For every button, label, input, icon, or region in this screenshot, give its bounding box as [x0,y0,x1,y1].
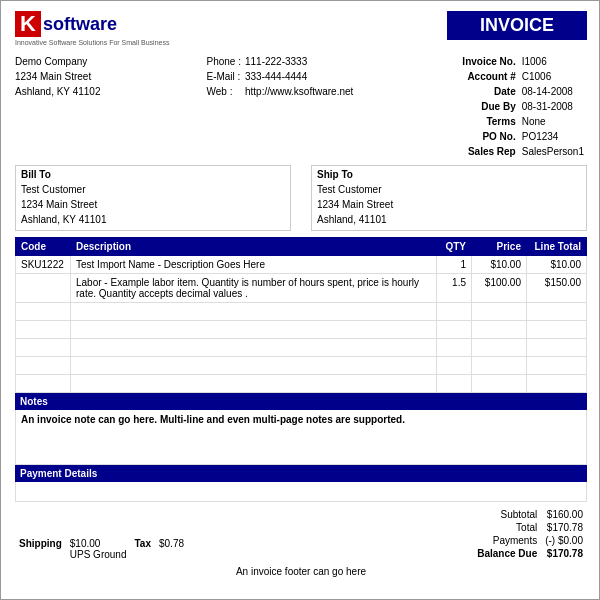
account-label: Account # [459,69,518,84]
subtotal-label: Subtotal [473,508,541,521]
balance-due-value: $170.78 [541,547,587,560]
table-row-spacer [16,357,587,375]
invoice-no-value: I1006 [519,54,587,69]
invoice-details: Invoice No. I1006 Account # C1006 Date 0… [459,54,587,159]
shipping-value: $10.00 [66,538,131,549]
due-by-value: 08-31-2008 [519,99,587,114]
sales-rep-label: Sales Rep [459,144,518,159]
po-no-value: PO1234 [519,129,587,144]
footer-section: Shipping $10.00 Tax $0.78 UPS Ground Sub… [15,508,587,560]
subtotal-value: $160.00 [541,508,587,521]
total-value: $170.78 [541,521,587,534]
ship-to-name: Test Customer [317,182,581,197]
table-row: SKU1222 Test Import Name - Description G… [16,256,587,274]
col-header-qty: QTY [437,238,472,256]
tax-label: Tax [130,538,155,549]
payment-header: Payment Details [15,465,587,482]
notes-header: Notes [15,393,587,410]
account-value: C1006 [519,69,587,84]
payment-body [15,482,587,502]
date-value: 08-14-2008 [519,84,587,99]
terms-label: Terms [459,114,518,129]
payments-label: Payments [473,534,541,547]
info-section: Demo Company 1234 Main Street Ashland, K… [15,54,587,159]
web-label: Web : [204,84,242,99]
items-table: Code Description QTY Price Line Total SK… [15,237,587,393]
row2-line-total: $150.00 [527,274,587,303]
row2-description: Labor - Example labor item. Quantity is … [71,274,437,303]
invoice-title: INVOICE [447,11,587,40]
bill-ship-section: Bill To Test Customer 1234 Main Street A… [15,165,587,231]
contact-info: Phone : 111-222-3333 E-Mail : 333-444-44… [204,54,355,159]
bill-to-header: Bill To [21,169,285,180]
company-address2: Ashland, KY 41102 [15,84,100,99]
payments-value: (-) $0.00 [541,534,587,547]
col-header-description: Description [71,238,437,256]
bill-to-name: Test Customer [21,182,285,197]
shipping-label: Shipping [15,538,66,549]
phone-value: 111-222-3333 [243,54,355,69]
invoice-footer: An invoice footer can go here [15,566,587,577]
bill-to-content: Test Customer 1234 Main Street Ashland, … [21,182,285,227]
row2-qty: 1.5 [437,274,472,303]
row1-qty: 1 [437,256,472,274]
company-address1: 1234 Main Street [15,69,100,84]
total-row: Total $170.78 [473,521,587,534]
bill-to-box: Bill To Test Customer 1234 Main Street A… [15,165,291,231]
col-header-line-total: Line Total [527,238,587,256]
table-row-spacer [16,339,587,357]
balance-due-row: Balance Due $170.78 [473,547,587,560]
col-header-price: Price [472,238,527,256]
row1-description: Test Import Name - Description Goes Here [71,256,437,274]
phone-label: Phone : [204,54,242,69]
row1-price: $10.00 [472,256,527,274]
header: K software Innovative Software Solutions… [15,11,587,46]
shipping-tax: Shipping $10.00 Tax $0.78 UPS Ground [15,538,188,560]
terms-value: None [519,114,587,129]
tax-value: $0.78 [155,538,188,549]
logo-k-icon: K [15,11,41,37]
web-value: http://www.ksoftware.net [243,84,355,99]
table-row-spacer [16,321,587,339]
table-row: Labor - Example labor item. Quantity is … [16,274,587,303]
logo-top: K software [15,11,169,37]
payment-section: Payment Details [15,465,587,502]
ship-to-address2: Ashland, 41101 [317,212,581,227]
row2-code [16,274,71,303]
ship-to-box: Ship To Test Customer 1234 Main Street A… [311,165,587,231]
invoice-page: K software Innovative Software Solutions… [1,1,600,600]
totals-table: Subtotal $160.00 Total $170.78 Payments … [473,508,587,560]
logo-area: K software Innovative Software Solutions… [15,11,169,46]
ship-to-header: Ship To [317,169,581,180]
email-label: E-Mail : [204,69,242,84]
total-label: Total [473,521,541,534]
subtotal-row: Subtotal $160.00 [473,508,587,521]
po-no-label: PO No. [459,129,518,144]
logo-tagline: Innovative Software Solutions For Small … [15,39,169,46]
email-value: 333-444-4444 [243,69,355,84]
date-label: Date [459,84,518,99]
shipping-method: UPS Ground [66,549,131,560]
sales-rep-value: SalesPerson1 [519,144,587,159]
company-name: Demo Company [15,54,100,69]
row1-line-total: $10.00 [527,256,587,274]
row2-price: $100.00 [472,274,527,303]
ship-to-content: Test Customer 1234 Main Street Ashland, … [317,182,581,227]
bill-to-address2: Ashland, KY 41101 [21,212,285,227]
items-body: SKU1222 Test Import Name - Description G… [16,256,587,393]
bill-to-address1: 1234 Main Street [21,197,285,212]
logo-software-text: software [43,14,117,35]
ship-to-address1: 1234 Main Street [317,197,581,212]
invoice-no-label: Invoice No. [459,54,518,69]
table-row-spacer [16,375,587,393]
company-info: Demo Company 1234 Main Street Ashland, K… [15,54,100,159]
notes-section: Notes An invoice note can go here. Multi… [15,393,587,465]
payments-row: Payments (-) $0.00 [473,534,587,547]
balance-due-label: Balance Due [473,547,541,560]
table-row-spacer [16,303,587,321]
due-by-label: Due By [459,99,518,114]
col-header-code: Code [16,238,71,256]
notes-body: An invoice note can go here. Multi-line … [15,410,587,465]
row1-code: SKU1222 [16,256,71,274]
